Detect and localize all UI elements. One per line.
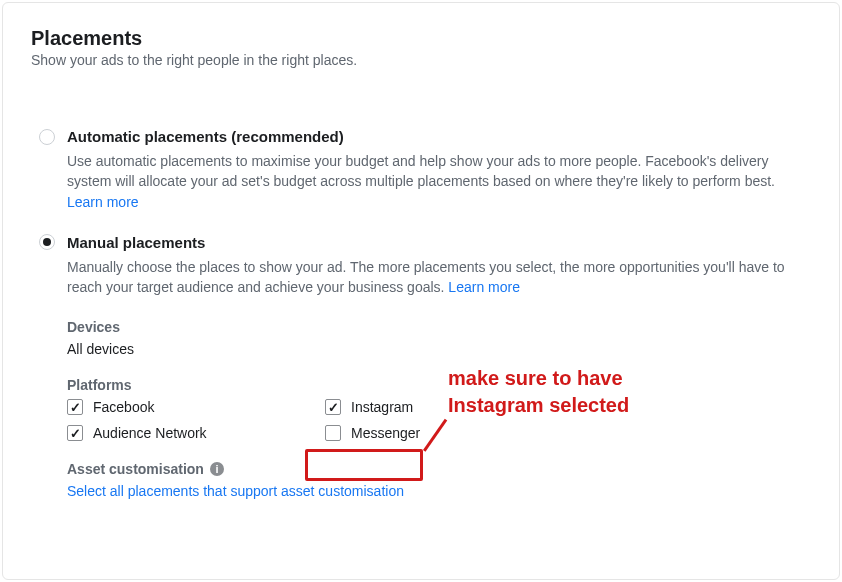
- asset-customisation-link[interactable]: Select all placements that support asset…: [67, 483, 811, 499]
- info-icon[interactable]: i: [210, 462, 224, 476]
- platform-facebook[interactable]: Facebook: [67, 399, 317, 415]
- devices-label: Devices: [67, 319, 811, 335]
- platform-instagram[interactable]: Instagram: [325, 399, 575, 415]
- asset-customisation-label: Asset customisation i: [67, 461, 811, 477]
- radio-icon: [39, 234, 55, 250]
- checkbox-icon: [67, 425, 83, 441]
- section-heading: Placements: [31, 27, 811, 50]
- learn-more-link[interactable]: Learn more: [448, 279, 520, 295]
- checkbox-icon: [325, 399, 341, 415]
- checkbox-icon: [325, 425, 341, 441]
- checkbox-icon: [67, 399, 83, 415]
- placement-options: Automatic placements (recommended) Use a…: [31, 128, 811, 499]
- automatic-placements-desc: Use automatic placements to maximise you…: [67, 151, 807, 212]
- radio-icon: [39, 129, 55, 145]
- platforms-grid: Facebook Instagram Audience Network Mess…: [67, 399, 811, 441]
- manual-placements-label: Manual placements: [67, 234, 205, 251]
- devices-value[interactable]: All devices: [67, 341, 811, 357]
- platforms-label: Platforms: [67, 377, 811, 393]
- placements-panel: Placements Show your ads to the right pe…: [2, 2, 840, 580]
- platform-audience-network[interactable]: Audience Network: [67, 425, 317, 441]
- automatic-placements-option[interactable]: Automatic placements (recommended): [39, 128, 811, 145]
- manual-placements-desc: Manually choose the places to show your …: [67, 257, 807, 298]
- learn-more-link[interactable]: Learn more: [67, 194, 139, 210]
- section-subtitle: Show your ads to the right people in the…: [31, 52, 811, 68]
- automatic-placements-label: Automatic placements (recommended): [67, 128, 344, 145]
- manual-placements-option[interactable]: Manual placements: [39, 234, 811, 251]
- platform-messenger[interactable]: Messenger: [325, 425, 575, 441]
